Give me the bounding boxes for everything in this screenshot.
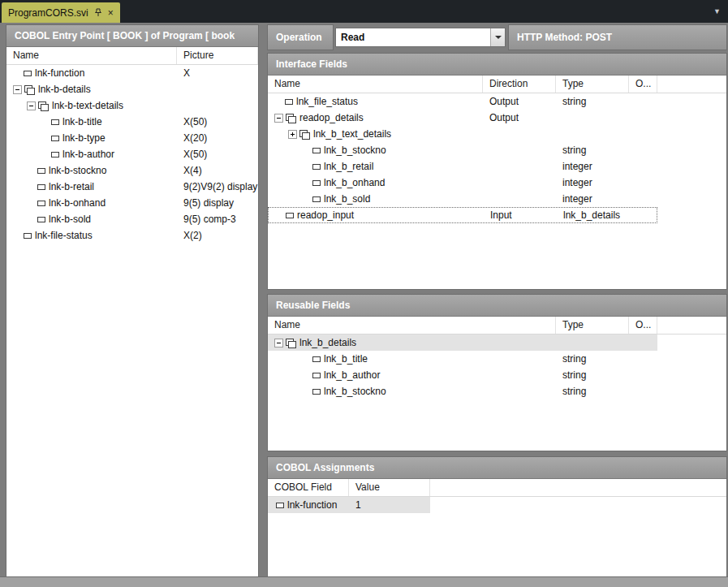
cell-type: integer <box>556 177 629 188</box>
table-row[interactable]: lnk_b_retailinteger <box>268 158 726 175</box>
tree-item: readop_details <box>268 112 483 123</box>
column-header-type[interactable]: Type <box>556 317 629 334</box>
table-row[interactable]: lnk_b_text_details <box>268 126 726 142</box>
horizontal-scrollbar[interactable] <box>0 576 728 587</box>
cell-direction: Input <box>484 209 557 221</box>
operation-dropdown[interactable]: Read <box>335 28 506 47</box>
chevron-down-icon <box>495 36 502 39</box>
dropdown-button[interactable] <box>490 28 505 46</box>
http-method-label: HTTP Method: POST <box>509 25 726 50</box>
interface-fields-panel: Interface Fields NameDirectionTypeO...ln… <box>268 54 726 289</box>
column-header-picture[interactable]: Picture <box>177 47 258 64</box>
field-icon <box>37 168 45 174</box>
tree-item-label: lnk_b_onhand <box>324 177 385 188</box>
tree-item: lnk_b_sold <box>268 193 483 205</box>
table-row[interactable]: lnk-b-stocknoX(4) <box>6 162 258 179</box>
table-row[interactable]: lnk_b_stocknostring <box>268 142 726 158</box>
tree-item-label: lnk_b_sold <box>324 193 370 205</box>
column-header-name[interactable]: Name <box>6 47 177 64</box>
tree-item: lnk-b-title <box>6 116 177 127</box>
table-row[interactable]: lnk_b_authorstring <box>268 367 726 383</box>
tree-item-label: lnk_b_stockno <box>324 386 386 397</box>
tree-item: lnk-file-status <box>6 230 177 241</box>
tree-item-label: readop_input <box>297 209 354 221</box>
table-row[interactable]: readop_detailsOutput <box>268 110 726 126</box>
tree-item-label: lnk-b-title <box>62 116 102 127</box>
tree-item-label: lnk-b-retail <box>49 181 94 192</box>
table-row[interactable]: lnk_b_soldinteger <box>268 191 726 207</box>
table-row[interactable]: lnk_file_statusOutputstring <box>268 93 726 110</box>
field-icon <box>312 389 321 395</box>
cell-picture: 9(5) display <box>177 197 258 209</box>
cobol-assignments-panel: COBOL Assignments COBOL FieldValuelnk-fu… <box>268 457 726 576</box>
operation-label: Operation <box>268 25 333 50</box>
column-header-name[interactable]: Name <box>268 76 483 93</box>
collapse-icon[interactable] <box>274 339 283 347</box>
cell-picture: 9(5) comp-3 <box>177 214 258 225</box>
tree-item-label: lnk-function <box>287 499 337 511</box>
table-row[interactable]: lnk_b_onhandinteger <box>268 175 726 191</box>
table-row[interactable]: lnk-b-authorX(50) <box>6 146 258 162</box>
table-row[interactable]: lnk-b-text-details <box>6 97 258 114</box>
table-row[interactable]: lnk-b-titleX(50) <box>6 114 258 130</box>
group-icon <box>24 85 35 94</box>
tree-item-label: readop_details <box>299 112 364 123</box>
column-header-value[interactable]: Value <box>349 479 430 496</box>
left-panel-header: COBOL Entry Point [ BOOK ] of Program [ … <box>6 25 258 47</box>
table-row[interactable]: lnk_b_stocknostring <box>268 383 726 399</box>
table-row[interactable]: lnk-b-sold9(5) comp-3 <box>6 211 258 227</box>
tree-item-label: lnk-b-text-details <box>52 100 123 111</box>
collapse-icon[interactable] <box>274 114 283 123</box>
column-header-o[interactable]: O... <box>629 317 657 334</box>
column-header-cobolfield[interactable]: COBOL Field <box>268 479 349 496</box>
table-row[interactable]: readop_inputInputlnk_b_details <box>268 207 657 223</box>
table-column-header: NameDirectionTypeO... <box>268 76 726 93</box>
cell-picture: X(50) <box>177 149 258 160</box>
table-row[interactable]: lnk_b_details <box>268 335 657 351</box>
tree-item: lnk_b_onhand <box>268 177 483 188</box>
cell-picture: X(4) <box>177 165 258 176</box>
table-row[interactable]: lnk-file-statusX(2) <box>6 227 258 244</box>
cell-type: string <box>556 353 629 365</box>
tree-item: lnk-b-retail <box>6 181 177 192</box>
tree-item: lnk-function <box>6 67 177 79</box>
cobol-assignments-table: COBOL FieldValuelnk-function1 <box>268 479 726 513</box>
field-icon <box>286 213 294 218</box>
table-row[interactable]: lnk-function1 <box>268 497 430 513</box>
tree-item-label: lnk-b-author <box>62 149 114 160</box>
table-row[interactable]: lnk-b-details <box>6 81 258 97</box>
cell-picture: X(50) <box>177 116 258 127</box>
column-header-o[interactable]: O... <box>629 76 657 93</box>
tree-item-label: lnk-function <box>35 67 84 79</box>
tree-item-label: lnk_b_title <box>324 353 368 365</box>
tab-strip: ProgramCORS.svi × ▼ <box>0 0 728 23</box>
tree-item: lnk_b_details <box>268 337 556 348</box>
close-icon[interactable]: × <box>108 8 114 18</box>
collapse-icon[interactable] <box>27 101 36 110</box>
tree-item: lnk_b_text_details <box>268 128 483 140</box>
field-icon <box>312 164 321 170</box>
tree-item-label: lnk_b_retail <box>324 161 373 172</box>
table-row[interactable]: lnk-b-onhand9(5) display <box>6 195 258 211</box>
expand-icon[interactable] <box>288 130 297 139</box>
column-header-direction[interactable]: Direction <box>483 76 556 93</box>
field-icon <box>37 201 45 206</box>
field-icon <box>312 356 321 362</box>
table-row[interactable]: lnk-functionX <box>6 65 258 81</box>
table-column-header: NameTypeO... <box>268 317 726 335</box>
tree-item: lnk_b_stockno <box>268 386 556 397</box>
tree-item: lnk_b_title <box>268 353 556 365</box>
tab-programcors-svi[interactable]: ProgramCORS.svi × <box>2 2 120 23</box>
tree-item-label: lnk-file-status <box>35 230 93 241</box>
table-row[interactable]: lnk-b-retail9(2)V9(2) display <box>6 179 258 195</box>
column-header-name[interactable]: Name <box>268 317 556 334</box>
reusable-fields-header: Reusable Fields <box>268 295 726 317</box>
table-row[interactable]: lnk_b_titlestring <box>268 351 726 367</box>
tree-item: lnk_file_status <box>268 96 483 107</box>
column-header-type[interactable]: Type <box>556 76 629 93</box>
table-row[interactable]: lnk-b-typeX(20) <box>6 130 258 146</box>
cobol-entry-point-table: NamePicturelnk-functionXlnk-b-detailslnk… <box>6 47 258 244</box>
pin-icon[interactable] <box>94 8 102 17</box>
tab-list-chevron-down-icon[interactable]: ▼ <box>713 7 721 15</box>
collapse-icon[interactable] <box>13 85 22 94</box>
